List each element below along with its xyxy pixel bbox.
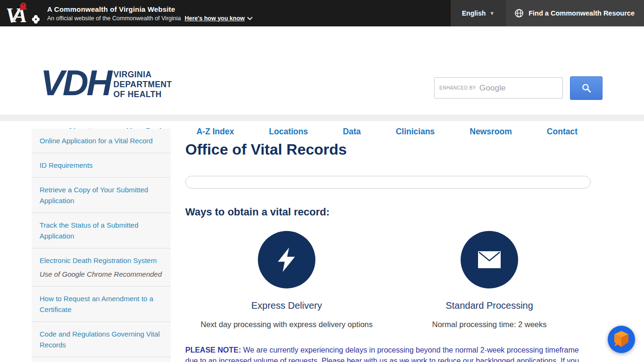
sidebar-item-online-application[interactable]: Online Application for a Vital Record (32, 129, 171, 153)
sidebar-item-id-requirements[interactable]: ID Requirements (32, 153, 171, 178)
find-commonwealth-resource-link[interactable]: Find a Commonwealth Resource (506, 0, 644, 26)
standard-processing-circle (461, 231, 518, 288)
chatbot-button[interactable] (608, 326, 635, 353)
topbar-subtitle: An official website of the Commonwealth … (47, 15, 181, 22)
site-header: VDH VIRGINIA DEPARTMENT OF HEALTH ENHANC… (0, 26, 644, 115)
collapsed-accordion-bar[interactable] (185, 176, 591, 189)
page: VA A Commonwealth of Virginia Website An… (0, 0, 644, 362)
section-heading: Ways to obtain a vital record: (185, 206, 591, 218)
standard-processing-label: Standard Processing (388, 300, 591, 311)
vdh-acronym: VDH (41, 67, 110, 99)
topbar-text: A Commonwealth of Virginia Website An of… (47, 5, 253, 22)
record-options: Express Delivery Next day processing wit… (185, 231, 591, 329)
sidebar-item-retrieve-copy[interactable]: Retrieve a Copy of Your Submitted Applic… (32, 178, 171, 213)
note-label: PLEASE NOTE: (185, 346, 241, 354)
sidebar-menu: Online Application for a Vital Record ID… (32, 129, 171, 362)
vdh-wordmark: VIRGINIA DEPARTMENT OF HEALTH (113, 67, 172, 99)
virginia-va-logo[interactable]: VA (5, 1, 41, 25)
sidebar-item-track-status[interactable]: Track the Status of a Submitted Applicat… (32, 213, 171, 248)
vdh-logo[interactable]: VDH VIRGINIA DEPARTMENT OF HEALTH (41, 67, 172, 99)
sidebar-item-clipped (32, 357, 171, 362)
dogwood-flower-icon (32, 15, 40, 24)
standard-processing-caption: Normal processing time: 2 weeks (388, 320, 591, 329)
note-text: We are currently experiencing delays in … (185, 346, 579, 362)
site-search-input[interactable] (434, 77, 563, 99)
globe-icon (514, 8, 524, 18)
header-divider-band (0, 115, 644, 121)
sidebar-item-code-regulations[interactable]: Code and Regulations Governing Vital Rec… (32, 322, 171, 357)
search-icon (581, 83, 592, 93)
topbar-title: A Commonwealth of Virginia Website (47, 5, 253, 13)
page-title: Office of Vital Records (185, 141, 591, 158)
sidebar-item-amendment[interactable]: How to Request an Amendment to a Certifi… (32, 287, 171, 322)
main-content: Office of Vital Records Ways to obtain a… (185, 129, 591, 362)
envelope-icon (478, 251, 501, 269)
chevron-down-icon (247, 16, 253, 20)
chevron-down-icon: ▼ (489, 10, 495, 16)
express-delivery-circle (258, 231, 315, 288)
lightning-icon (272, 245, 301, 274)
express-delivery-label: Express Delivery (185, 300, 388, 311)
edrs-browser-note: Use of Google Chrome Recommended (40, 269, 163, 280)
search-button[interactable] (570, 76, 603, 100)
commonwealth-topbar: VA A Commonwealth of Virginia Website An… (0, 0, 644, 26)
language-selector[interactable]: English ▼ (451, 0, 506, 26)
processing-delay-note: PLEASE NOTE: We are currently experienci… (185, 345, 591, 362)
chat-cube-icon (613, 330, 630, 349)
standard-processing-option: Standard Processing Normal processing ti… (388, 231, 591, 329)
express-delivery-option: Express Delivery Next day processing wit… (185, 231, 388, 329)
heres-how-you-know-link[interactable]: Here's how you know (185, 15, 253, 22)
sidebar-item-edrs[interactable]: Electronic Death Registration System Use… (32, 248, 171, 287)
express-delivery-caption: Next day processing with express deliver… (185, 320, 388, 329)
